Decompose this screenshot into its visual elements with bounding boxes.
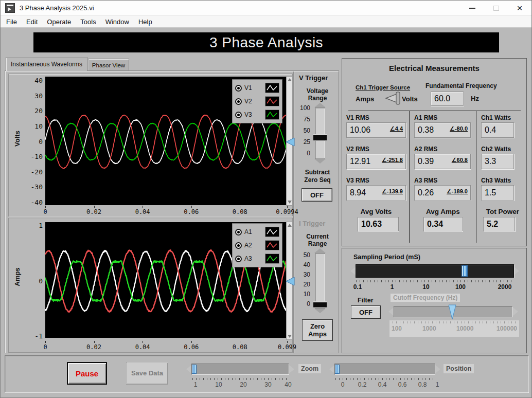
plot-visible-radio[interactable] <box>235 242 242 249</box>
x-tick-mark <box>94 206 95 208</box>
zoom-handle[interactable] <box>192 365 197 374</box>
close-button[interactable]: × <box>508 1 531 15</box>
y-tick-label: 40 <box>21 77 43 84</box>
x-tick-mark <box>45 341 46 343</box>
x-axis-ticks: 00.020.040.060.080.099 <box>45 342 287 350</box>
slider-down-arrow[interactable] <box>314 309 326 313</box>
tab-phasor-view[interactable]: Phasor View <box>88 59 129 71</box>
scroll-up-icon[interactable] <box>288 78 292 81</box>
y-tick-label: 0 <box>21 277 43 285</box>
legend-item[interactable]: A3 <box>235 252 279 265</box>
trigger-source-switch[interactable] <box>382 92 401 107</box>
slider-left-arrow[interactable] <box>388 307 394 316</box>
zero-amps-button[interactable]: Zero Amps <box>302 319 333 341</box>
legend-label: V3 <box>244 111 252 118</box>
tot-power-value: 5.2 <box>483 217 515 231</box>
legend-item[interactable]: A1 <box>235 225 279 239</box>
menu-file[interactable]: File <box>2 18 22 26</box>
slider-right-arrow[interactable] <box>289 365 294 373</box>
position-slider[interactable] <box>329 363 440 376</box>
legend-item[interactable]: V3 <box>235 108 279 121</box>
close-icon: × <box>517 3 522 13</box>
plot-visible-radio[interactable] <box>235 229 242 236</box>
menu-help[interactable]: Help <box>134 18 157 26</box>
minimize-button[interactable] <box>460 1 484 15</box>
menu-operate[interactable]: Operate <box>42 18 76 26</box>
watts-value: 1.5 <box>482 188 496 197</box>
slider-left-arrow[interactable] <box>186 365 191 373</box>
position-handle[interactable] <box>335 365 340 374</box>
slider-left-arrow[interactable] <box>350 267 356 275</box>
menu-window[interactable]: Window <box>101 18 134 26</box>
legend-line-sample[interactable] <box>265 254 279 264</box>
voltage-range-slider[interactable] <box>314 103 326 164</box>
menu-tools[interactable]: Tools <box>76 18 100 26</box>
slider-track[interactable] <box>315 253 325 309</box>
slider-right-arrow[interactable] <box>435 365 440 373</box>
ch2-watts-value: 3.3 <box>481 154 514 169</box>
maximize-button[interactable] <box>484 1 508 15</box>
legend-line-sample[interactable] <box>265 240 279 250</box>
plot-visible-radio[interactable] <box>235 112 242 118</box>
scale-tick-label: 1 <box>194 381 198 388</box>
zoom-slider[interactable] <box>186 363 294 376</box>
scroll-up-icon[interactable] <box>288 224 292 227</box>
sampling-period-slider[interactable] <box>350 264 519 278</box>
legend-line-sample[interactable] <box>265 83 279 93</box>
cutoff-frequency-slider[interactable] <box>388 305 518 318</box>
current-range-handle[interactable] <box>313 301 327 308</box>
slider-track[interactable] <box>334 364 435 375</box>
subtract-zero-seq-button[interactable]: OFF <box>302 188 332 202</box>
tab-instantaneous-waveforms[interactable]: Instantaneous Waveforms <box>6 57 87 71</box>
plot-visible-radio[interactable] <box>235 98 242 105</box>
slider-right-arrow[interactable] <box>513 307 518 316</box>
y-tick-label: -10 <box>21 153 43 160</box>
plot-visible-radio[interactable] <box>235 85 242 92</box>
legend-item[interactable]: V1 <box>235 81 279 95</box>
tot-power-label: Tot Power <box>480 208 525 215</box>
pause-button[interactable]: Pause <box>67 362 107 385</box>
voltage-range-handle[interactable] <box>313 134 327 141</box>
trigger-level-pointer[interactable] <box>286 277 295 288</box>
scale-tick-label: 50 <box>297 127 310 134</box>
rms-angle: ∠-189.0 <box>447 188 470 195</box>
a1-rms-value: 0.38 ∠-80.0 <box>414 122 471 138</box>
legend-line-sample[interactable] <box>265 110 279 120</box>
y-tick-label: -30 <box>21 183 43 191</box>
slider-right-arrow[interactable] <box>514 267 519 275</box>
ch1-watts-value: 0.4 <box>481 122 514 138</box>
title-bar: 3 Phase Analysis 2025.vi × <box>1 1 531 16</box>
maximize-icon <box>493 6 499 11</box>
slider-left-arrow[interactable] <box>329 365 334 373</box>
slider-track[interactable] <box>394 306 513 317</box>
ch2-watts-label: Ch2 Watts <box>481 146 511 153</box>
v1-rms-label: V1 RMS <box>346 114 369 121</box>
sampling-period-handle[interactable] <box>462 265 468 277</box>
slider-track[interactable] <box>356 264 514 278</box>
scroll-down-icon[interactable] <box>288 201 292 204</box>
filter-button[interactable]: OFF <box>351 305 381 319</box>
scroll-down-icon[interactable] <box>288 335 292 338</box>
rms-magnitude: 10.06 <box>347 125 370 135</box>
slider-up-arrow[interactable] <box>314 248 326 253</box>
cutoff-frequency-pointer[interactable] <box>448 304 456 322</box>
slider-tick-marks <box>192 378 288 380</box>
fundamental-frequency-value[interactable]: 60.0 <box>431 92 464 106</box>
legend-line-sample[interactable] <box>265 96 279 106</box>
plot-visible-radio[interactable] <box>235 256 242 262</box>
scale-tick-label: 0 <box>341 381 345 388</box>
current-range-slider[interactable] <box>314 248 326 313</box>
menu-edit[interactable]: Edit <box>22 18 42 26</box>
legend-line-sample[interactable] <box>265 227 279 237</box>
slider-up-arrow[interactable] <box>314 103 326 107</box>
slider-down-arrow[interactable] <box>314 159 326 164</box>
slider-track[interactable] <box>191 364 289 375</box>
x-tick-mark <box>287 206 288 208</box>
save-data-button[interactable]: Save Data <box>126 362 168 385</box>
slider-tick-marks <box>356 280 512 282</box>
legend-item[interactable]: V2 <box>235 95 279 108</box>
divider <box>476 111 476 243</box>
legend-item[interactable]: A2 <box>235 239 279 252</box>
trigger-level-pointer[interactable] <box>286 137 295 149</box>
slider-track[interactable] <box>315 107 325 159</box>
